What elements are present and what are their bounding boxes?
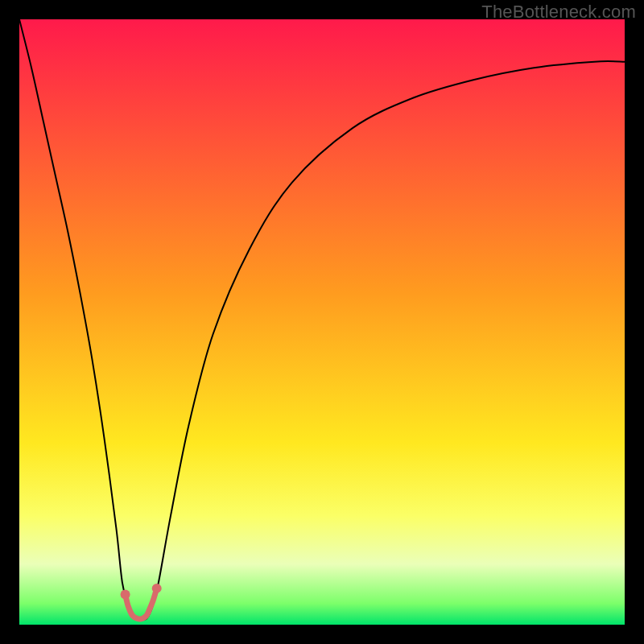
chart-frame [19,19,625,625]
valley-dot [152,584,162,593]
bottleneck-chart [19,19,625,625]
watermark-text: TheBottleneck.com [481,2,636,23]
chart-background [19,19,625,625]
valley-dot [121,589,130,599]
